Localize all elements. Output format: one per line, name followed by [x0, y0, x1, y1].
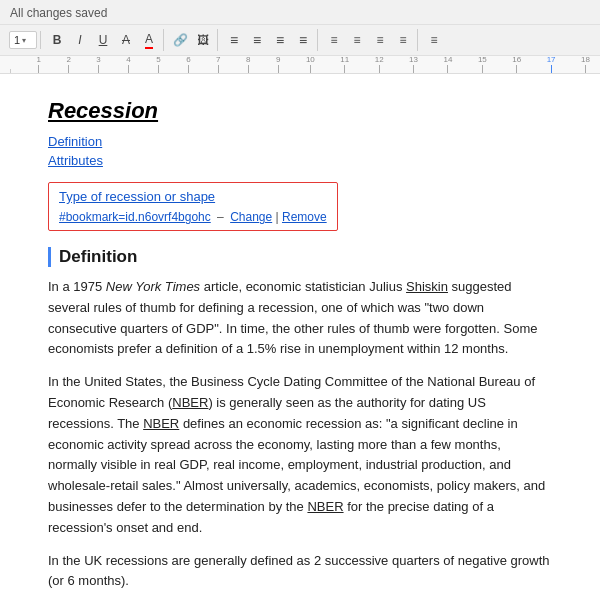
italic-button[interactable]: I [69, 29, 91, 51]
toc-link-definition[interactable]: Definition [48, 134, 552, 149]
align-justify-icon: ≡ [399, 33, 406, 47]
nber-3: NBER [307, 499, 343, 514]
ruler-mark: 6 [186, 56, 190, 73]
align-justify-button[interactable]: ≡ [392, 29, 414, 51]
text-color-button[interactable]: A [138, 29, 160, 51]
image-button[interactable]: 🖼 [192, 29, 214, 51]
insert-group: 🔗 🖼 [166, 29, 218, 51]
remove-link[interactable]: Remove [282, 210, 327, 224]
ruler-mark: 2 [66, 56, 70, 73]
ruler-mark: 16 [512, 56, 521, 73]
align-left-button[interactable]: ≡ [323, 29, 345, 51]
align-right-button[interactable]: ≡ [369, 29, 391, 51]
ruler-mark: 11 [340, 56, 349, 73]
ruler-mark: 15 [478, 56, 487, 73]
ruler-mark: 18 [581, 56, 590, 73]
indent-dec-button[interactable]: ≡ [269, 29, 291, 51]
nyt-italic: New York Times [106, 279, 200, 294]
ruler-mark: 4 [126, 56, 130, 73]
image-icon: 🖼 [197, 33, 209, 47]
link-box-meta: #bookmark=id.n6ovrf4bgohc – Change | Rem… [59, 210, 327, 224]
font-size-arrow: ▾ [22, 36, 26, 45]
align-group: ≡ ≡ ≡ ≡ [320, 29, 418, 51]
link-box-title[interactable]: Type of recession or shape [59, 189, 327, 204]
align-left-icon: ≡ [330, 33, 337, 47]
para-1: In a 1975 New York Times article, econom… [48, 277, 552, 360]
font-size-dropdown[interactable]: 1 ▾ [9, 31, 37, 49]
shiskin-underline: Shiskin [406, 279, 448, 294]
list-group: ≡ ≡ ≡ ≡ [220, 29, 318, 51]
link-separator: – [217, 210, 224, 224]
change-link[interactable]: Change [230, 210, 272, 224]
ruler-mark: 9 [276, 56, 280, 73]
ruler-marks: 1 2 3 4 5 6 7 8 9 10 11 12 13 14 15 16 1… [10, 56, 590, 73]
indent-dec-icon: ≡ [276, 32, 284, 48]
ruler-mark: 7 [216, 56, 220, 73]
section-heading-definition: Definition [48, 247, 552, 267]
indent-inc-icon: ≡ [299, 32, 307, 48]
text-format-group: B I U A A [43, 29, 164, 51]
bullet-list-icon: ≡ [230, 32, 238, 48]
toolbar: 1 ▾ B I U A A 🔗 🖼 ≡ ≡ ≡ [0, 25, 600, 56]
bullet-list-button[interactable]: ≡ [223, 29, 245, 51]
changes-saved-text: All changes saved [10, 6, 107, 20]
text-color-icon: A [145, 32, 153, 49]
numbered-list-button[interactable]: ≡ [246, 29, 268, 51]
indent-inc-button[interactable]: ≡ [292, 29, 314, 51]
para-2: In the United States, the Business Cycle… [48, 372, 552, 538]
line-spacing-icon: ≡ [430, 33, 437, 47]
ruler-mark: 10 [306, 56, 315, 73]
strikethrough-button[interactable]: A [115, 29, 137, 51]
numbered-list-icon: ≡ [253, 32, 261, 48]
ruler-mark: 14 [443, 56, 452, 73]
link-icon: 🔗 [173, 33, 188, 47]
ruler-mark: 5 [156, 56, 160, 73]
align-center-button[interactable]: ≡ [346, 29, 368, 51]
ruler-mark [10, 69, 11, 73]
link-button[interactable]: 🔗 [169, 29, 191, 51]
font-size-group: 1 ▾ [6, 31, 41, 49]
ruler-mark: 1 [36, 56, 40, 73]
ruler-mark: 13 [409, 56, 418, 73]
ruler-mark: 17 [547, 56, 556, 73]
status-bar: All changes saved [0, 0, 600, 25]
ruler-mark: 3 [96, 56, 100, 73]
document-title: Recession [48, 98, 552, 124]
ruler-mark: 8 [246, 56, 250, 73]
bold-button[interactable]: B [46, 29, 68, 51]
nber-2: NBER [143, 416, 179, 431]
toc-link-attributes[interactable]: Attributes [48, 153, 552, 168]
ruler: 1 2 3 4 5 6 7 8 9 10 11 12 13 14 15 16 1… [0, 56, 600, 74]
underline-button[interactable]: U [92, 29, 114, 51]
align-right-icon: ≡ [376, 33, 383, 47]
spacing-group: ≡ [420, 29, 448, 51]
nber-1: NBER [172, 395, 208, 410]
link-box: Type of recession or shape #bookmark=id.… [48, 182, 338, 231]
link-box-title-text[interactable]: Type of recession or shape [59, 189, 215, 204]
para-3: In the UK recessions are generally defin… [48, 551, 552, 593]
font-size-value: 1 [14, 34, 20, 46]
line-spacing-button[interactable]: ≡ [423, 29, 445, 51]
document-area: Recession Definition Attributes Type of … [0, 74, 600, 600]
bookmark-link[interactable]: #bookmark=id.n6ovrf4bgohc [59, 210, 211, 224]
align-center-icon: ≡ [353, 33, 360, 47]
ruler-mark: 12 [375, 56, 384, 73]
